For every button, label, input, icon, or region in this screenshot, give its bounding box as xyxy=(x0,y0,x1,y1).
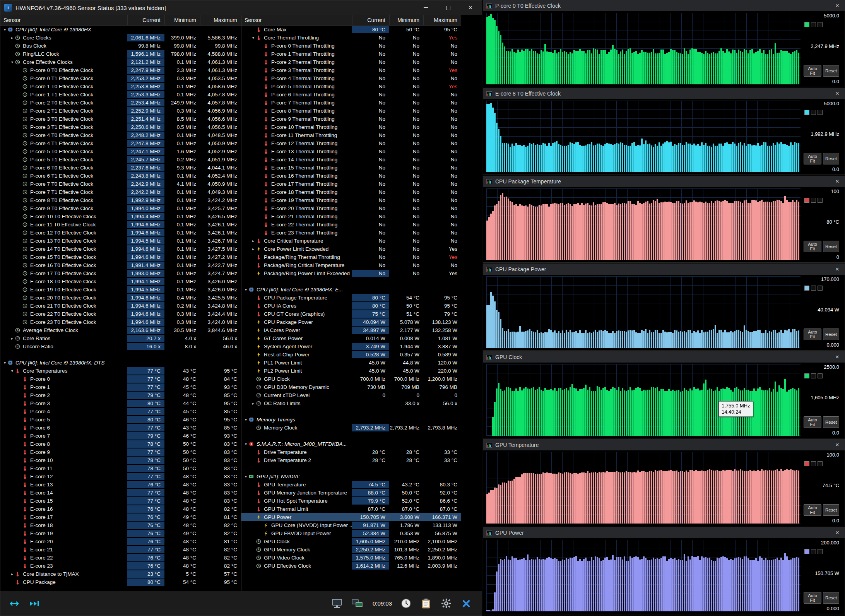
sensor-row[interactable]: ▸Core Critical TemperatureNoNoNo xyxy=(241,237,461,245)
sensor-row[interactable]: E-core 16 Thermal ThrottlingNoNoNo xyxy=(241,172,461,180)
sensor-row[interactable]: E-core 1676 °C48 °C82 °C xyxy=(0,505,241,513)
sensor-row[interactable]: E-core 2076 °C48 °C81 °C xyxy=(0,537,241,546)
swatch-option[interactable] xyxy=(811,198,816,203)
series-color-swatch[interactable] xyxy=(804,549,809,554)
graph-titlebar[interactable]: GPU Power× xyxy=(483,527,845,538)
collapse-arrow-icon[interactable]: ▾ xyxy=(250,36,256,40)
sensor-row[interactable]: E-core 8 Thermal ThrottlingNoNoNo xyxy=(241,107,461,115)
sensor-row[interactable]: P-core 6 T0 Effective Clock2,237.6 MHz9.… xyxy=(0,164,241,172)
sensor-row[interactable]: P-core 3 Thermal ThrottlingNoNoYes xyxy=(241,66,461,74)
reset-button[interactable]: Reset xyxy=(823,416,839,428)
sensor-row[interactable]: GPU Effective Clock1,614.2 MHz12.6 MHz2,… xyxy=(241,562,461,570)
sensor-row[interactable]: GPU Clock700.0 MHz700.0 MHz1,200.0 MHz xyxy=(241,375,461,383)
sensor-row[interactable]: P-core 0 T0 Effective Clock2,247.9 MHz2.… xyxy=(0,66,241,74)
sensor-group-header[interactable]: ▾CPU [#0]: Intel Core i9-13980HX: E... xyxy=(241,286,461,294)
collapse-arrow-icon[interactable]: ▾ xyxy=(243,442,249,446)
sensor-row[interactable]: GPU Memory Junction Temperature88.0 °C50… xyxy=(241,489,461,497)
sensor-row[interactable]: E-core 21 Thermal ThrottlingNoNoNo xyxy=(241,212,461,221)
swatch-option[interactable] xyxy=(811,373,816,378)
sensor-row[interactable]: P-core 6 T1 Effective Clock2,243.8 MHz0.… xyxy=(0,172,241,180)
auto-fit-button[interactable]: Auto Fit xyxy=(804,416,821,428)
collapse-arrow-icon[interactable]: ▾ xyxy=(243,287,249,292)
sensor-row[interactable]: E-core 1477 °C48 °C83 °C xyxy=(0,489,241,497)
sensor-row[interactable]: P-core 4 T0 Effective Clock2,248.2 MHz0.… xyxy=(0,131,241,139)
sensor-row[interactable]: E-core 20 T0 Effective Clock1,994.6 MHz0… xyxy=(0,294,241,302)
graph-close-icon[interactable]: × xyxy=(833,265,842,273)
sensor-group-header[interactable]: ▾S.M.A.R.T.: Micron_3400_MTFDKBA... xyxy=(241,440,461,448)
expand-arrow-icon[interactable]: ▸ xyxy=(250,401,256,406)
sensor-row[interactable]: CPU IA Cores80 °C50 °C95 °C xyxy=(241,302,461,310)
sensor-row[interactable]: E-core 20 Thermal ThrottlingNoNoNo xyxy=(241,204,461,212)
sensor-row[interactable]: E-core 21 T0 Effective Clock1,994.6 MHz0… xyxy=(0,302,241,310)
series-color-swatch[interactable] xyxy=(804,22,809,27)
graph-close-icon[interactable]: × xyxy=(833,353,842,361)
series-color-swatch[interactable] xyxy=(804,286,809,291)
sensor-row[interactable]: E-core 19 T0 Effective Clock1,994.5 MHz0… xyxy=(0,286,241,294)
reset-button[interactable]: Reset xyxy=(823,241,839,252)
sensor-row[interactable]: P-core 0 T1 Effective Clock2,253.2 MHz0.… xyxy=(0,74,241,82)
settings-button[interactable] xyxy=(437,594,455,613)
minimize-button[interactable] xyxy=(414,0,437,15)
sensor-row[interactable]: E-core 1577 °C48 °C83 °C xyxy=(0,497,241,505)
graph-titlebar[interactable]: GPU Temperature× xyxy=(483,440,845,450)
swatch-option[interactable] xyxy=(818,110,823,115)
sensor-row[interactable]: P-core 580 °C46 °C95 °C xyxy=(0,416,241,424)
column-header-sensor[interactable]: Sensor xyxy=(241,17,352,23)
series-color-swatch[interactable] xyxy=(804,461,809,466)
column-header-current[interactable]: Current xyxy=(352,15,389,25)
graph-close-icon[interactable]: × xyxy=(833,178,842,185)
sensor-row[interactable]: P-core 1 T0 Effective Clock2,253.8 MHz0.… xyxy=(0,82,241,91)
network-monitors-button[interactable] xyxy=(348,594,366,613)
graph-close-icon[interactable]: × xyxy=(833,529,842,537)
sensor-row[interactable]: E-core 8 T0 Effective Clock1,992.9 MHz0.… xyxy=(0,196,241,204)
remote-monitor-button[interactable] xyxy=(328,594,346,613)
series-color-swatch[interactable] xyxy=(804,373,809,378)
graph-close-icon[interactable]: × xyxy=(833,90,842,98)
column-header-minimum[interactable]: Minimum xyxy=(389,15,423,25)
sensor-row[interactable]: PL2 Power Limit45.0 W45.0 W220.0 W xyxy=(241,367,461,375)
graph-titlebar[interactable]: CPU Package Power× xyxy=(483,264,845,275)
graph-color-swatches[interactable] xyxy=(804,110,839,115)
sensor-row[interactable]: E-core 14 T0 Effective Clock1,994.6 MHz0… xyxy=(0,245,241,253)
sensor-row[interactable]: ▾Core Temperatures77 °C43 °C95 °C xyxy=(0,367,241,375)
sensor-row[interactable]: System Agent Power3.749 W1.944 W3.887 W xyxy=(241,342,461,351)
sensor-row[interactable]: P-core 380 °C44 °C95 °C xyxy=(0,399,241,407)
sensor-row[interactable]: P-core 6 Thermal ThrottlingNoNoNo xyxy=(241,91,461,99)
expand-arrow-icon[interactable]: ▸ xyxy=(250,247,256,251)
graph-canvas[interactable] xyxy=(486,101,801,172)
graph-color-swatches[interactable] xyxy=(804,373,839,378)
sensor-row[interactable]: P-core 2 T1 Effective Clock2,252.9 MHz0.… xyxy=(0,107,241,115)
sensor-row[interactable]: Bus Clock99.8 MHz99.8 MHz99.8 MHz xyxy=(0,42,241,50)
column-header-sensor[interactable]: Sensor xyxy=(0,17,127,23)
sensor-row[interactable]: Ring/LLC Clock1,596.1 MHz798.0 MHz4,588.… xyxy=(0,50,241,58)
report-button[interactable] xyxy=(417,594,435,613)
sensor-group-header[interactable]: ▾CPU [#0]: Intel Core i9-13980HX xyxy=(0,26,241,34)
column-header-maximum[interactable]: Maximum xyxy=(423,15,461,25)
graph-close-icon[interactable]: × xyxy=(833,2,842,10)
sensor-row[interactable]: Package/Ring Power Limit ExceededNoNoYes xyxy=(241,269,461,277)
sensor-row[interactable]: E-core 1876 °C48 °C82 °C xyxy=(0,521,241,529)
swatch-option[interactable] xyxy=(811,110,816,115)
sensor-row[interactable]: P-core 779 °C46 °C93 °C xyxy=(0,432,241,440)
sensor-row[interactable]: CPU GT Cores (Graphics)75 °C51 °C79 °C xyxy=(241,310,461,318)
sensor-row[interactable]: E-core 977 °C50 °C83 °C xyxy=(0,448,241,456)
expand-arrow-icon[interactable]: ▸ xyxy=(250,239,256,243)
sensor-row[interactable]: GPU Clock1,605.0 MHz210.0 MHz2,100.0 MHz xyxy=(241,537,461,546)
sensor-row[interactable]: ▸Core Ratios20.7 x4.0 x56.0 x xyxy=(0,334,241,342)
graph-canvas[interactable] xyxy=(486,540,801,611)
sensor-row[interactable]: IA Cores Power34.897 W2.177 W132.258 W xyxy=(241,326,461,334)
sensor-row[interactable]: Memory Clock2,793.2 MHz2,793.2 MHz2,793.… xyxy=(241,424,461,432)
sensor-row[interactable]: GPU Hot Spot Temperature79.9 °C52.0 °C86… xyxy=(241,497,461,505)
sensor-row[interactable]: Drive Temperature 228 °C28 °C33 °C xyxy=(241,456,461,464)
sensor-row[interactable]: E-core 11 T0 Effective Clock1,994.6 MHz0… xyxy=(0,221,241,229)
sensor-row[interactable]: E-core 1178 °C50 °C83 °C xyxy=(0,464,241,472)
sensor-row[interactable]: Core Max80 °C50 °C95 °C xyxy=(241,26,461,34)
collapse-arrow-icon[interactable]: ▾ xyxy=(2,361,8,365)
graph-color-swatches[interactable] xyxy=(804,461,839,466)
sensor-row[interactable]: P-core 7 T0 Effective Clock2,242.9 MHz4.… xyxy=(0,180,241,188)
sensor-row[interactable]: E-core 13 T0 Effective Clock1,994.5 MHz0… xyxy=(0,237,241,245)
sensor-row[interactable]: Uncore Ratio16.0 x8.0 x46.0 x xyxy=(0,342,241,351)
sensor-row[interactable]: GPU Memory Clock2,250.2 MHz101.3 MHz2,25… xyxy=(241,546,461,554)
series-color-swatch[interactable] xyxy=(804,110,809,115)
sensor-row[interactable]: E-core 17 Thermal ThrottlingNoNoNo xyxy=(241,180,461,188)
